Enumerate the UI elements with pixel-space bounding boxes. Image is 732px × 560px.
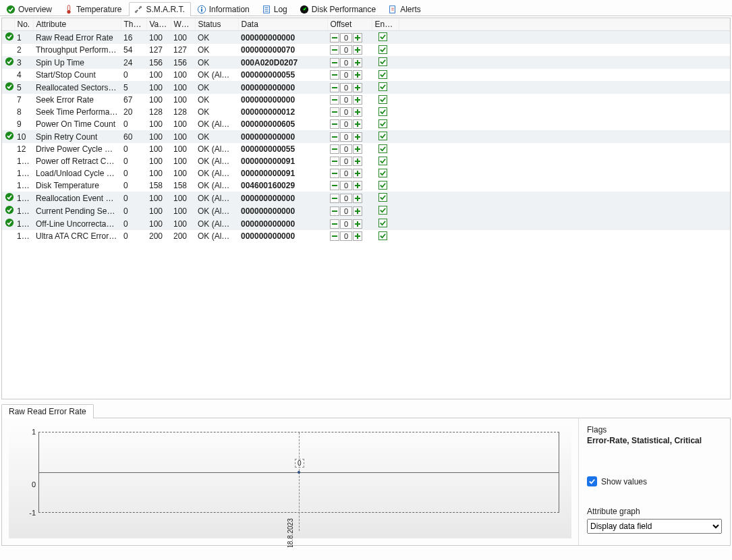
col-attribute[interactable]: Attribute [33,18,121,31]
offset-value[interactable]: 0 [340,144,352,154]
col-offset[interactable]: Offset [327,18,372,31]
table-row[interactable]: 8Seek Time Performance20128128OK00000000… [2,106,730,118]
offset-decrease-button[interactable] [330,95,339,105]
table-row[interactable]: 199Ultra ATA CRC Error Co...0200200OK (A… [2,230,730,242]
enable-checkbox[interactable] [378,45,387,54]
show-values-checkbox[interactable]: Show values [587,476,722,486]
tab-alerts[interactable]: Alerts [383,2,427,16]
offset-decrease-button[interactable] [330,219,339,229]
tab-disk-performance[interactable]: Disk Performance [295,2,382,16]
col-status[interactable]: Status [195,18,238,31]
offset-value[interactable]: 0 [340,157,352,166]
offset-decrease-button[interactable] [330,33,339,43]
table-row[interactable]: 197Current Pending Sector...0100100OK (A… [2,204,730,217]
offset-increase-button[interactable] [353,83,362,92]
offset-decrease-button[interactable] [330,119,339,129]
offset-increase-button[interactable] [353,181,362,190]
offset-increase-button[interactable] [353,58,362,67]
table-row[interactable]: 3Spin Up Time24156156OK000A020D02070 [2,56,730,69]
offset-decrease-button[interactable] [330,181,339,190]
col-no[interactable]: No. [14,18,33,31]
col-enable[interactable]: Enable [372,18,399,31]
enable-checkbox[interactable] [378,32,387,41]
graph-tab[interactable]: Raw Read Error Rate [1,404,94,418]
offset-increase-button[interactable] [353,45,362,55]
col-threshold[interactable]: Thre... [121,18,146,31]
col-worst[interactable]: Worst [171,18,195,31]
offset-value[interactable]: 0 [340,45,352,55]
offset-decrease-button[interactable] [330,83,339,92]
enable-checkbox[interactable] [378,144,387,153]
tab-information[interactable]: Information [192,2,256,16]
offset-decrease-button[interactable] [330,107,339,117]
offset-value[interactable]: 0 [340,194,352,203]
col-data[interactable]: Data [238,18,327,31]
offset-value[interactable]: 0 [340,107,352,117]
enable-checkbox[interactable] [378,57,387,66]
enable-checkbox[interactable] [378,82,387,91]
offset-increase-button[interactable] [353,206,362,216]
offset-decrease-button[interactable] [330,194,339,203]
table-row[interactable]: 7Seek Error Rate67100100OK0000000000000 [2,94,730,106]
offset-increase-button[interactable] [353,219,362,229]
table-row[interactable]: 196Reallocation Event Count0100100OK (Al… [2,192,730,204]
offset-increase-button[interactable] [353,157,362,166]
offset-increase-button[interactable] [353,107,362,117]
offset-decrease-button[interactable] [330,206,339,216]
enable-checkbox[interactable] [378,181,387,190]
offset-increase-button[interactable] [353,169,362,178]
offset-value[interactable]: 0 [340,219,352,229]
table-row[interactable]: 194Disk Temperature0158158OK (Always...0… [2,179,730,192]
tab-log[interactable]: Log [257,2,293,16]
offset-increase-button[interactable] [353,194,362,203]
offset-value[interactable]: 0 [340,206,352,216]
offset-value[interactable]: 0 [340,70,352,80]
table-row[interactable]: 1Raw Read Error Rate16100100OK0000000000… [2,31,730,45]
tab-s-m-a-r-t-[interactable]: S.M.A.R.T. [129,2,190,16]
offset-value[interactable]: 0 [340,119,352,129]
offset-decrease-button[interactable] [330,169,339,178]
offset-value[interactable]: 0 [340,83,352,92]
offset-decrease-button[interactable] [330,58,339,67]
table-row[interactable]: 192Power off Retract Cycle ...0100100OK … [2,155,730,167]
offset-decrease-button[interactable] [330,231,339,241]
enable-checkbox[interactable] [378,206,387,215]
offset-value[interactable]: 0 [340,95,352,105]
offset-decrease-button[interactable] [330,45,339,55]
offset-value[interactable]: 0 [340,33,352,43]
offset-decrease-button[interactable] [330,144,339,154]
offset-increase-button[interactable] [353,119,362,129]
offset-increase-button[interactable] [353,70,362,80]
offset-increase-button[interactable] [353,95,362,105]
enable-checkbox[interactable] [378,169,387,177]
offset-increase-button[interactable] [353,144,362,154]
table-row[interactable]: 198Off-Line Uncorrectable ...0100100OK (… [2,217,730,230]
enable-checkbox[interactable] [378,132,387,140]
table-row[interactable]: 4Start/Stop Count0100100OK (Always...000… [2,69,730,81]
enable-checkbox[interactable] [378,119,387,128]
tab-temperature[interactable]: Temperature [59,2,128,16]
offset-decrease-button[interactable] [330,157,339,166]
enable-checkbox[interactable] [378,95,387,104]
enable-checkbox[interactable] [378,193,387,202]
offset-value[interactable]: 0 [340,132,352,142]
table-row[interactable]: 9Power On Time Count0100100OK (Always...… [2,118,730,130]
table-row[interactable]: 193Load/Unload Cycle Cou...0100100OK (Al… [2,167,730,179]
offset-value[interactable]: 0 [340,181,352,190]
offset-increase-button[interactable] [353,33,362,43]
col-value[interactable]: Value [146,18,171,31]
offset-decrease-button[interactable] [330,70,339,80]
table-row[interactable]: 10Spin Retry Count60100100OK000000000000… [2,130,730,143]
attribute-graph-select[interactable]: Display data field [587,519,722,534]
enable-checkbox[interactable] [378,107,387,116]
enable-checkbox[interactable] [378,219,387,227]
table-row[interactable]: 12Drive Power Cycle Count0100100OK (Alwa… [2,143,730,155]
offset-increase-button[interactable] [353,132,362,142]
offset-increase-button[interactable] [353,231,362,241]
enable-checkbox[interactable] [378,231,387,240]
tab-overview[interactable]: Overview [1,2,58,16]
offset-value[interactable]: 0 [340,169,352,178]
table-row[interactable]: 2Throughput Performance54127127OK0000000… [2,44,730,56]
enable-checkbox[interactable] [378,70,387,79]
enable-checkbox[interactable] [378,157,387,165]
